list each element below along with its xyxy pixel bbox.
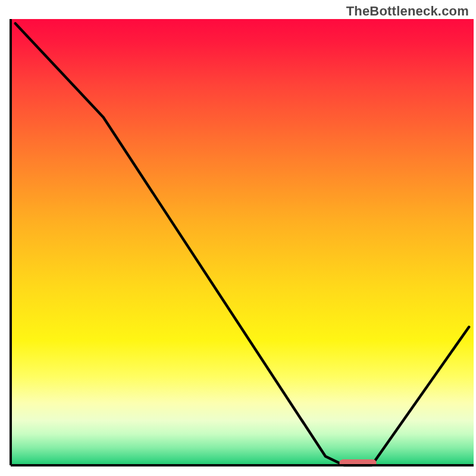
watermark-text: TheBottleneck.com	[346, 4, 469, 19]
chart-svg	[0, 0, 476, 476]
bottleneck-chart: TheBottleneck.com	[0, 0, 476, 476]
plot-background	[11, 19, 474, 465]
plot-area	[11, 19, 474, 466]
